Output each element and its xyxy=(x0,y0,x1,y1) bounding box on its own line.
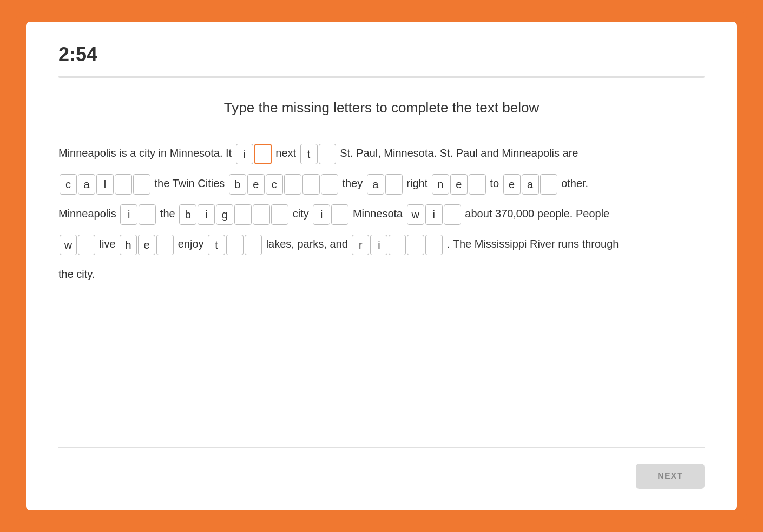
line4-enjoy: enjoy xyxy=(178,238,207,250)
letter-blank-15[interactable] xyxy=(331,204,348,225)
letter-blank-4[interactable] xyxy=(133,174,150,195)
word-rivers: r i xyxy=(352,235,443,255)
line1-post: St. Paul, Minnesota. St. Paul and Minnea… xyxy=(340,147,578,159)
line5: the city. xyxy=(58,268,95,280)
letter-blank-21[interactable] xyxy=(389,235,406,255)
letter-t: t xyxy=(300,144,318,164)
letter-blank-20[interactable] xyxy=(245,235,262,255)
word-each: e a xyxy=(503,174,557,195)
letter-blank-6[interactable] xyxy=(302,174,320,195)
bottom-divider xyxy=(58,447,705,448)
line2-they: they xyxy=(342,177,365,189)
footer: NEXT xyxy=(58,464,705,489)
letter-a3: a xyxy=(522,174,539,195)
inner-card: 2:54 Type the missing letters to complet… xyxy=(26,22,737,510)
letter-blank-5[interactable] xyxy=(284,174,301,195)
line2-to: to xyxy=(490,177,502,189)
letter-c2: c xyxy=(266,174,283,195)
letter-b: b xyxy=(229,174,246,195)
letter-w: w xyxy=(407,204,424,225)
letter-b2: b xyxy=(179,204,196,225)
letter-e2: e xyxy=(450,174,468,195)
letter-i: i xyxy=(236,144,253,164)
text-content: Minneapolis is a city in Minnesota. It i… xyxy=(58,138,705,430)
word-are: a xyxy=(367,174,403,195)
word-is2: i xyxy=(120,204,156,225)
word-in: i xyxy=(313,204,348,225)
line1-pre: Minneapolis is a city in Minnesota. It xyxy=(58,147,235,159)
letter-blank-7[interactable] xyxy=(321,174,338,195)
letter-i3: i xyxy=(198,204,215,225)
letter-blank-9[interactable] xyxy=(469,174,486,195)
line4-post: . The Mississippi River runs through xyxy=(447,238,619,250)
letter-e: e xyxy=(247,174,265,195)
top-divider xyxy=(58,76,705,78)
letter-i2: i xyxy=(120,204,137,225)
letter-blank-18[interactable] xyxy=(156,235,174,255)
letter-blank-8[interactable] xyxy=(385,174,403,195)
line2-right: right xyxy=(406,177,430,189)
line4-lakes: lakes, parks, and xyxy=(266,238,351,250)
next-button[interactable]: NEXT xyxy=(636,464,705,489)
letter-i6: i xyxy=(370,235,387,255)
letter-blank-12[interactable] xyxy=(234,204,252,225)
letter-n: n xyxy=(432,174,449,195)
instruction-text: Type the missing letters to complete the… xyxy=(58,99,705,116)
outer-frame: 2:54 Type the missing letters to complet… xyxy=(16,12,747,520)
letter-h: h xyxy=(120,235,137,255)
letter-blank-10[interactable] xyxy=(540,174,557,195)
letter-l: l xyxy=(96,174,114,195)
line4-live: live xyxy=(100,238,119,250)
word-here: h e xyxy=(120,235,174,255)
letter-blank-19[interactable] xyxy=(226,235,244,255)
letter-blank-14[interactable] xyxy=(271,204,288,225)
line3-the: the xyxy=(160,208,178,220)
letter-blank-13[interactable] xyxy=(253,204,270,225)
letter-r: r xyxy=(352,235,369,255)
letter-blank-11[interactable] xyxy=(139,204,156,225)
timer-display: 2:54 xyxy=(58,43,705,66)
line2-twin: the Twin Cities xyxy=(155,177,228,189)
letter-blank-2[interactable] xyxy=(319,144,336,164)
letter-blank-17[interactable] xyxy=(78,235,95,255)
letter-a2: a xyxy=(367,174,384,195)
letter-a: a xyxy=(78,174,95,195)
letter-t2: t xyxy=(208,235,225,255)
word-who: w xyxy=(60,235,95,255)
letter-blank-1[interactable] xyxy=(254,144,272,164)
letter-g: g xyxy=(216,204,233,225)
letter-e3: e xyxy=(503,174,521,195)
line3-mn: Minnesota xyxy=(353,208,406,220)
line1-next: next xyxy=(275,147,299,159)
letter-e4: e xyxy=(138,235,155,255)
word-to: t xyxy=(300,144,336,164)
line3-about: about 370,000 people. People xyxy=(465,208,609,220)
letter-blank-3[interactable] xyxy=(115,174,132,195)
letter-blank-23[interactable] xyxy=(425,235,443,255)
letter-blank-22[interactable] xyxy=(407,235,424,255)
word-with: w i xyxy=(407,204,461,225)
word-bec: b e c xyxy=(229,174,338,195)
word-cal: c a l xyxy=(60,174,150,195)
line3-city: city xyxy=(293,208,312,220)
letter-c: c xyxy=(60,174,77,195)
word-the: t xyxy=(208,235,262,255)
letter-i5: i xyxy=(425,204,443,225)
line3-mpls: Minneapolis xyxy=(58,208,119,220)
letter-w2: w xyxy=(60,235,77,255)
line2-other: other. xyxy=(561,177,588,189)
letter-i4: i xyxy=(313,204,330,225)
letter-blank-16[interactable] xyxy=(444,204,461,225)
word-is: i xyxy=(236,144,272,164)
word-big: b i g xyxy=(179,204,288,225)
word-next: n e xyxy=(432,174,486,195)
